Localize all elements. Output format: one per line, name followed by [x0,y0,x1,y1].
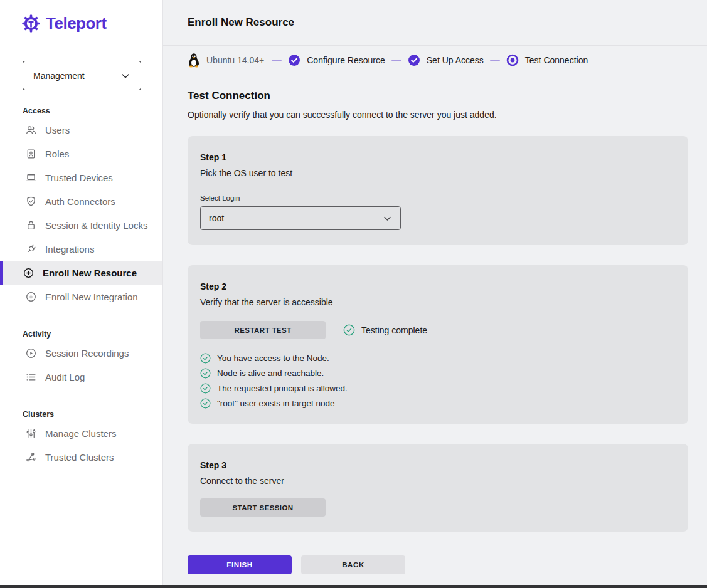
wizard-stepper: Ubuntu 14.04+ Configure Resource Set Up … [163,46,707,75]
id-card-icon [25,148,37,160]
login-select[interactable]: root [200,206,401,230]
plus-circle-icon [25,291,37,303]
main-panel: Enroll New Resource Ubuntu 14.04+ Config… [163,0,707,588]
content-area: Test Connection Optionally verify that y… [163,75,707,588]
page-header: Enroll New Resource [163,0,707,46]
sidebar-item-label: Auth Connectors [45,196,115,207]
check-circle-icon [200,368,211,379]
select-login-label: Select Login [200,194,676,202]
sidebar-item-label: Trusted Devices [45,172,113,183]
step3-card: Step 3 Connect to the server START SESSI… [188,444,688,532]
step3-description: Connect to the server [200,476,676,486]
chevron-down-icon [383,214,392,223]
stepper-divider [391,60,401,61]
chevron-down-icon [120,71,130,81]
sidebar-item-auth-connectors[interactable]: Auth Connectors [0,189,162,213]
step1-card: Step 1 Pick the OS user to test Select L… [188,136,688,245]
sidebar: Teleport Management Access Users Roles T… [0,0,163,588]
teleport-logo[interactable]: Teleport [21,14,162,33]
sidebar-item-users[interactable]: Users [0,118,162,142]
check-circle-icon [200,383,211,394]
sidebar-item-session-identity-locks[interactable]: Session & Identity Locks [0,213,162,237]
sidebar-item-integrations[interactable]: Integrations [0,237,162,261]
check-circle-icon [343,324,355,336]
testing-status: Testing complete [343,324,427,336]
lock-icon [25,219,37,231]
check-item-label: "root" user exists in target node [217,399,334,408]
check-item-label: The requested principal is allowed. [217,384,348,393]
sidebar-item-label: Enroll New Resource [43,268,137,278]
restart-test-button[interactable]: RESTART TEST [200,321,326,339]
test-checklist: You have access to the Node. Node is ali… [200,353,676,409]
login-select-value: root [209,213,224,223]
sidebar-item-label: Integrations [45,244,94,255]
stepper-divider [490,60,500,61]
check-item: Node is alive and reachable. [200,368,676,379]
step1-description: Pick the OS user to test [200,168,676,178]
check-item: "root" user exists in target node [200,398,676,409]
stepper-resource-label: Ubuntu 14.04+ [206,55,264,65]
check-item-label: You have access to the Node. [217,354,329,363]
stepper-step-configure-resource: Configure Resource [307,55,385,65]
sidebar-item-enroll-new-integration[interactable]: Enroll New Integration [0,285,162,308]
sidebar-item-audit-log[interactable]: Audit Log [0,365,162,389]
step2-description: Verify that the server is accessible [200,297,676,307]
sidebar-item-label: Enroll New Integration [45,291,138,302]
wizard-footer: FINISH BACK [188,555,688,574]
check-circle-icon [200,398,211,409]
start-session-button[interactable]: START SESSION [200,498,326,517]
step-complete-icon [288,54,300,66]
management-select[interactable]: Management [23,61,141,90]
sidebar-item-enroll-new-resource[interactable]: Enroll New Resource [0,261,162,285]
step2-card: Step 2 Verify that the server is accessi… [188,265,688,424]
sidebar-item-roles[interactable]: Roles [0,142,162,165]
section-title: Test Connection [188,90,688,102]
teleport-gear-icon [21,14,41,33]
check-item: The requested principal is allowed. [200,383,676,394]
stepper-divider [272,60,282,61]
play-circle-icon [25,347,37,359]
brand-name: Teleport [46,14,107,33]
plug-icon [25,243,37,255]
stepper-step-set-up-access: Set Up Access [427,55,484,65]
stepper-step-test-connection: Test Connection [525,55,588,65]
step-current-icon [506,54,519,66]
step1-title: Step 1 [200,152,676,162]
sidebar-item-label: Roles [45,149,69,159]
sidebar-item-manage-clusters[interactable]: Manage Clusters [0,421,162,445]
sidebar-section-activity: Activity [23,330,162,339]
sidebar-item-label: Audit Log [45,372,85,382]
finish-button[interactable]: FINISH [188,555,292,574]
page-title: Enroll New Resource [188,16,294,29]
testing-status-label: Testing complete [361,325,427,335]
sidebar-section-clusters: Clusters [23,410,162,419]
sidebar-section-access: Access [23,107,162,115]
users-icon [25,124,37,136]
network-icon [25,451,37,463]
sidebar-item-trusted-clusters[interactable]: Trusted Clusters [0,445,162,469]
sidebar-item-label: Manage Clusters [45,428,116,439]
sidebar-item-session-recordings[interactable]: Session Recordings [0,341,162,365]
sidebar-item-label: Users [45,125,70,135]
step3-title: Step 3 [200,460,676,470]
management-select-value: Management [33,71,85,81]
sidebar-item-label: Session & Identity Locks [45,220,147,231]
list-icon [25,371,37,383]
section-subtitle: Optionally verify that you can successfu… [188,110,688,120]
laptop-icon [25,172,37,184]
step-complete-icon [408,54,420,66]
window-bottom-edge [0,585,707,588]
check-item: You have access to the Node. [200,353,676,364]
linux-tux-icon [188,53,200,68]
sliders-icon [25,428,37,439]
check-item-label: Node is alive and reachable. [217,369,324,378]
step2-title: Step 2 [200,281,676,291]
shield-check-icon [25,196,37,207]
sidebar-item-trusted-devices[interactable]: Trusted Devices [0,165,162,189]
back-button[interactable]: BACK [301,555,405,574]
check-circle-icon [200,353,211,364]
sidebar-item-label: Trusted Clusters [45,452,114,463]
plus-circle-icon [23,267,35,279]
sidebar-item-label: Session Recordings [45,348,129,359]
